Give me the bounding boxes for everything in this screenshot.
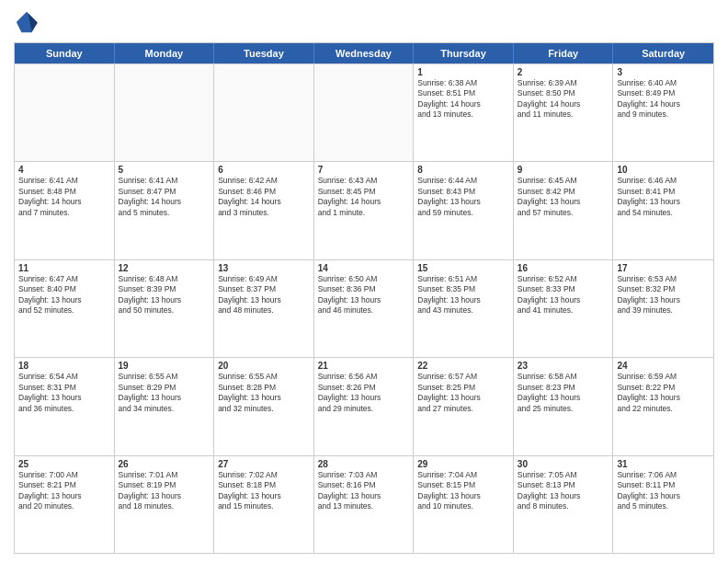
day-cell-13: 13Sunrise: 6:49 AMSunset: 8:37 PMDayligh… [214, 260, 314, 357]
day-info: Sunrise: 6:52 AMSunset: 8:33 PMDaylight:… [518, 274, 609, 316]
day-info: Sunrise: 6:56 AMSunset: 8:26 PMDaylight:… [318, 372, 410, 414]
calendar-header: SundayMondayTuesdayWednesdayThursdayFrid… [15, 43, 713, 63]
day-cell-27: 27Sunrise: 7:02 AMSunset: 8:18 PMDayligh… [214, 456, 314, 553]
day-number: 12 [119, 263, 210, 273]
day-cell-29: 29Sunrise: 7:04 AMSunset: 8:15 PMDayligh… [414, 456, 514, 553]
day-cell-2: 2Sunrise: 6:39 AMSunset: 8:50 PMDaylight… [514, 64, 614, 161]
weekday-header-saturday: Saturday [613, 43, 713, 63]
header [14, 9, 714, 35]
day-number: 25 [18, 459, 110, 469]
day-info: Sunrise: 6:40 AMSunset: 8:49 PMDaylight:… [617, 78, 710, 121]
day-info: Sunrise: 6:54 AMSunset: 8:31 PMDaylight:… [18, 372, 110, 414]
day-cell-16: 16Sunrise: 6:52 AMSunset: 8:33 PMDayligh… [514, 260, 614, 357]
day-info: Sunrise: 6:50 AMSunset: 8:36 PMDaylight:… [318, 274, 410, 316]
day-number: 11 [18, 263, 110, 273]
day-number: 13 [218, 263, 310, 273]
day-cell-4: 4Sunrise: 6:41 AMSunset: 8:48 PMDaylight… [15, 162, 115, 259]
day-info: Sunrise: 7:03 AMSunset: 8:16 PMDaylight:… [318, 470, 410, 512]
day-number: 18 [18, 361, 110, 371]
day-info: Sunrise: 7:01 AMSunset: 8:19 PMDaylight:… [119, 470, 210, 512]
day-cell-19: 19Sunrise: 6:55 AMSunset: 8:29 PMDayligh… [115, 358, 215, 454]
day-cell-26: 26Sunrise: 7:01 AMSunset: 8:19 PMDayligh… [115, 456, 215, 553]
day-info: Sunrise: 6:53 AMSunset: 8:32 PMDaylight:… [617, 274, 710, 316]
day-cell-7: 7Sunrise: 6:43 AMSunset: 8:45 PMDaylight… [314, 162, 415, 259]
day-number: 1 [417, 67, 509, 77]
day-cell-6: 6Sunrise: 6:42 AMSunset: 8:46 PMDaylight… [214, 162, 314, 259]
logo-icon [14, 9, 40, 35]
day-cell-9: 9Sunrise: 6:45 AMSunset: 8:42 PMDaylight… [514, 162, 614, 259]
day-info: Sunrise: 6:45 AMSunset: 8:42 PMDaylight:… [518, 176, 609, 218]
day-cell-12: 12Sunrise: 6:48 AMSunset: 8:39 PMDayligh… [115, 260, 215, 357]
day-info: Sunrise: 6:43 AMSunset: 8:45 PMDaylight:… [318, 176, 410, 218]
day-cell-5: 5Sunrise: 6:41 AMSunset: 8:47 PMDaylight… [115, 162, 215, 259]
day-number: 10 [617, 165, 710, 175]
weekday-header-tuesday: Tuesday [214, 43, 314, 63]
calendar-row-4: 25Sunrise: 7:00 AMSunset: 8:21 PMDayligh… [15, 455, 713, 553]
day-info: Sunrise: 6:59 AMSunset: 8:22 PMDaylight:… [617, 372, 710, 414]
day-cell-11: 11Sunrise: 6:47 AMSunset: 8:40 PMDayligh… [15, 260, 115, 357]
day-info: Sunrise: 6:55 AMSunset: 8:28 PMDaylight:… [218, 372, 310, 414]
calendar-row-0: 1Sunrise: 6:38 AMSunset: 8:51 PMDaylight… [15, 63, 713, 161]
day-info: Sunrise: 7:04 AMSunset: 8:15 PMDaylight:… [417, 470, 509, 512]
empty-cell-0-2 [214, 64, 314, 161]
logo [14, 9, 41, 35]
weekday-header-wednesday: Wednesday [314, 43, 415, 63]
day-info: Sunrise: 7:06 AMSunset: 8:11 PMDaylight:… [617, 470, 710, 512]
day-info: Sunrise: 6:38 AMSunset: 8:51 PMDaylight:… [417, 78, 509, 121]
day-cell-17: 17Sunrise: 6:53 AMSunset: 8:32 PMDayligh… [613, 260, 713, 357]
day-info: Sunrise: 6:39 AMSunset: 8:50 PMDaylight:… [518, 78, 609, 121]
weekday-header-monday: Monday [115, 43, 215, 63]
day-cell-18: 18Sunrise: 6:54 AMSunset: 8:31 PMDayligh… [15, 358, 115, 454]
calendar: SundayMondayTuesdayWednesdayThursdayFrid… [14, 42, 714, 554]
page: SundayMondayTuesdayWednesdayThursdayFrid… [0, 0, 728, 563]
day-cell-24: 24Sunrise: 6:59 AMSunset: 8:22 PMDayligh… [613, 358, 713, 454]
day-number: 22 [417, 361, 509, 371]
weekday-header-thursday: Thursday [414, 43, 514, 63]
day-info: Sunrise: 6:41 AMSunset: 8:48 PMDaylight:… [18, 176, 110, 218]
day-cell-21: 21Sunrise: 6:56 AMSunset: 8:26 PMDayligh… [314, 358, 415, 454]
empty-cell-0-3 [314, 64, 415, 161]
day-number: 29 [417, 459, 509, 469]
day-info: Sunrise: 6:51 AMSunset: 8:35 PMDaylight:… [417, 274, 509, 316]
day-info: Sunrise: 6:44 AMSunset: 8:43 PMDaylight:… [417, 176, 509, 218]
calendar-body: 1Sunrise: 6:38 AMSunset: 8:51 PMDaylight… [15, 63, 713, 553]
weekday-header-friday: Friday [514, 43, 614, 63]
day-number: 30 [518, 459, 609, 469]
day-info: Sunrise: 6:46 AMSunset: 8:41 PMDaylight:… [617, 176, 710, 218]
day-number: 19 [119, 361, 210, 371]
day-info: Sunrise: 6:41 AMSunset: 8:47 PMDaylight:… [119, 176, 210, 218]
day-number: 26 [119, 459, 210, 469]
day-number: 31 [617, 459, 710, 469]
day-number: 28 [318, 459, 410, 469]
calendar-row-3: 18Sunrise: 6:54 AMSunset: 8:31 PMDayligh… [15, 357, 713, 454]
day-info: Sunrise: 6:55 AMSunset: 8:29 PMDaylight:… [119, 372, 210, 414]
day-number: 2 [518, 67, 609, 77]
day-info: Sunrise: 7:00 AMSunset: 8:21 PMDaylight:… [18, 470, 110, 512]
day-cell-30: 30Sunrise: 7:05 AMSunset: 8:13 PMDayligh… [514, 456, 614, 553]
day-cell-20: 20Sunrise: 6:55 AMSunset: 8:28 PMDayligh… [214, 358, 314, 454]
day-cell-1: 1Sunrise: 6:38 AMSunset: 8:51 PMDaylight… [414, 64, 514, 161]
day-cell-25: 25Sunrise: 7:00 AMSunset: 8:21 PMDayligh… [15, 456, 115, 553]
day-number: 9 [518, 165, 609, 175]
day-cell-28: 28Sunrise: 7:03 AMSunset: 8:16 PMDayligh… [314, 456, 415, 553]
day-number: 27 [218, 459, 310, 469]
day-number: 24 [617, 361, 710, 371]
empty-cell-0-0 [15, 64, 115, 161]
day-cell-8: 8Sunrise: 6:44 AMSunset: 8:43 PMDaylight… [414, 162, 514, 259]
day-cell-3: 3Sunrise: 6:40 AMSunset: 8:49 PMDaylight… [613, 64, 713, 161]
day-number: 16 [518, 263, 609, 273]
day-number: 21 [318, 361, 410, 371]
day-info: Sunrise: 6:47 AMSunset: 8:40 PMDaylight:… [18, 274, 110, 316]
day-info: Sunrise: 6:48 AMSunset: 8:39 PMDaylight:… [119, 274, 210, 316]
day-cell-10: 10Sunrise: 6:46 AMSunset: 8:41 PMDayligh… [613, 162, 713, 259]
day-number: 8 [417, 165, 509, 175]
day-info: Sunrise: 7:05 AMSunset: 8:13 PMDaylight:… [518, 470, 609, 512]
day-number: 23 [518, 361, 609, 371]
day-cell-22: 22Sunrise: 6:57 AMSunset: 8:25 PMDayligh… [414, 358, 514, 454]
day-cell-23: 23Sunrise: 6:58 AMSunset: 8:23 PMDayligh… [514, 358, 614, 454]
day-number: 4 [18, 165, 110, 175]
day-cell-31: 31Sunrise: 7:06 AMSunset: 8:11 PMDayligh… [613, 456, 713, 553]
day-info: Sunrise: 6:42 AMSunset: 8:46 PMDaylight:… [218, 176, 310, 218]
day-number: 17 [617, 263, 710, 273]
day-number: 5 [119, 165, 210, 175]
